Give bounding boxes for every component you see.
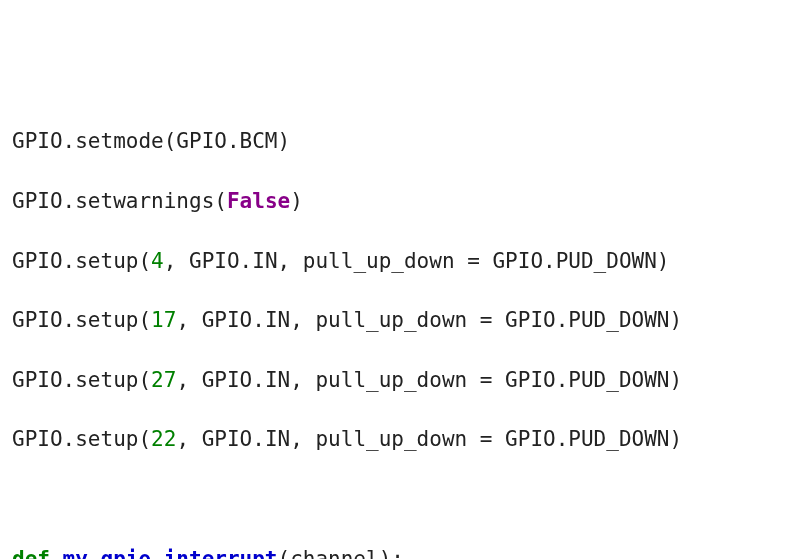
- token-rest: ): [290, 189, 303, 213]
- token-rest: .setwarnings(: [63, 189, 227, 213]
- token-rest: .setup(: [63, 249, 152, 273]
- token-rest: (channel):: [278, 547, 404, 559]
- code-line-7-blank: [12, 485, 788, 515]
- token-rest: , GPIO.IN, pull_up_down = GPIO.PUD_DOWN): [176, 368, 682, 392]
- token-rest: .setmode(GPIO.BCM): [63, 129, 291, 153]
- code-line-5: GPIO.setup(27, GPIO.IN, pull_up_down = G…: [12, 366, 788, 396]
- code-line-6: GPIO.setup(22, GPIO.IN, pull_up_down = G…: [12, 425, 788, 455]
- token-rest: .setup(: [63, 427, 152, 451]
- token-ident: GPIO: [12, 308, 63, 332]
- code-line-4: GPIO.setup(17, GPIO.IN, pull_up_down = G…: [12, 306, 788, 336]
- token-funcname: my_gpio_interrupt: [63, 547, 278, 559]
- token-false: False: [227, 189, 290, 213]
- token-number: 22: [151, 427, 176, 451]
- token-number: 27: [151, 368, 176, 392]
- token-ident: GPIO: [12, 427, 63, 451]
- token-ident: GPIO: [12, 189, 63, 213]
- token-keyword-def: def: [12, 547, 63, 559]
- token-rest: .setup(: [63, 308, 152, 332]
- token-rest: , GPIO.IN, pull_up_down = GPIO.PUD_DOWN): [176, 427, 682, 451]
- token-rest: , GPIO.IN, pull_up_down = GPIO.PUD_DOWN): [176, 308, 682, 332]
- token-rest: .setup(: [63, 368, 152, 392]
- code-line-1: GPIO.setmode(GPIO.BCM): [12, 127, 788, 157]
- code-line-2: GPIO.setwarnings(False): [12, 187, 788, 217]
- token-number: 4: [151, 249, 164, 273]
- token-rest: , GPIO.IN, pull_up_down = GPIO.PUD_DOWN): [164, 249, 670, 273]
- token-ident: GPIO: [12, 249, 63, 273]
- token-ident: GPIO: [12, 129, 63, 153]
- token-ident: GPIO: [12, 368, 63, 392]
- code-line-3: GPIO.setup(4, GPIO.IN, pull_up_down = GP…: [12, 247, 788, 277]
- code-line-8: def my_gpio_interrupt(channel):: [12, 545, 788, 559]
- token-number: 17: [151, 308, 176, 332]
